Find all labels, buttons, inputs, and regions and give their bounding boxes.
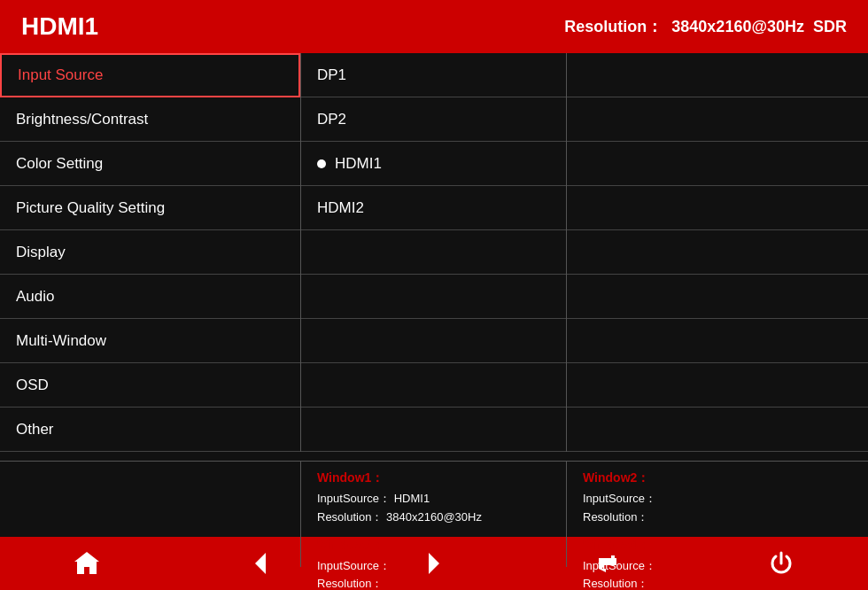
main-content: Input Source Brightness/Contrast Color S… [0, 53, 868, 537]
input-option-empty-1 [301, 230, 566, 275]
input-option-empty-4 [301, 363, 566, 408]
sidebar-menu: Input Source Brightness/Contrast Color S… [0, 53, 301, 452]
window2-block: Window2： InputSource： Resolution： [583, 470, 852, 527]
window1-info: InputSource： HDMI1 Resolution： 3840x2160… [317, 490, 550, 527]
input-option-hdmi2[interactable]: HDMI2 [301, 186, 566, 230]
signal-type: SDR [813, 18, 847, 36]
input-option-dp1[interactable]: DP1 [301, 53, 566, 97]
power-icon [767, 549, 795, 578]
right-row-7 [567, 319, 868, 363]
window4-info: InputSource： Resolution： [583, 557, 852, 590]
input-option-empty-3 [301, 319, 566, 363]
back-button[interactable] [246, 549, 275, 578]
sidebar-item-multi-window[interactable]: Multi-Window [0, 319, 300, 363]
right-row-5 [567, 230, 868, 275]
window1-block: Window1： InputSource： HDMI1 Resolution： … [317, 470, 550, 527]
resolution-label: Resolution： [564, 16, 663, 37]
window2-info: InputSource： Resolution： [583, 490, 852, 527]
input-option-dp2[interactable]: DP2 [301, 97, 566, 142]
window4-block: Window4： InputSource： Resolution： [583, 538, 852, 590]
window1-label: Window1： [317, 470, 550, 486]
right-row-9 [567, 408, 868, 452]
enter-button[interactable] [593, 549, 622, 578]
right-row-1 [567, 53, 868, 97]
sidebar-item-picture-quality-setting[interactable]: Picture Quality Setting [0, 186, 300, 230]
selected-indicator [317, 159, 326, 168]
content-area: Input Source Brightness/Contrast Color S… [0, 53, 868, 452]
sidebar-item-color-setting[interactable]: Color Setting [0, 142, 300, 186]
input-option-empty-5 [301, 408, 566, 452]
header-title: HDMI1 [21, 12, 98, 41]
back-icon [246, 549, 275, 578]
right-column [567, 53, 868, 452]
header-info: Resolution： 3840x2160@30Hz SDR [564, 16, 847, 37]
sidebar-item-input-source[interactable]: Input Source [0, 53, 300, 97]
right-row-8 [567, 363, 868, 408]
right-row-6 [567, 275, 868, 319]
home-icon [73, 549, 101, 578]
svg-marker-0 [255, 553, 266, 574]
enter-icon [593, 549, 622, 578]
sidebar-item-audio[interactable]: Audio [0, 275, 300, 319]
sidebar-item-display[interactable]: Display [0, 230, 300, 275]
window4-label: Window4： [583, 538, 852, 554]
sidebar-item-brightness-contrast[interactable]: Brightness/Contrast [0, 97, 300, 142]
header: HDMI1 Resolution： 3840x2160@30Hz SDR [0, 0, 868, 53]
input-options-list: DP1 DP2 HDMI1 HDMI2 [301, 53, 567, 452]
forward-icon [420, 549, 448, 578]
resolution-value: 3840x2160@30Hz [671, 18, 804, 36]
sidebar-item-osd[interactable]: OSD [0, 363, 300, 408]
window2-label: Window2： [583, 470, 852, 486]
home-button[interactable] [73, 549, 101, 578]
right-row-3 [567, 142, 868, 186]
right-row-4 [567, 186, 868, 230]
svg-marker-1 [429, 553, 439, 574]
sidebar-item-other[interactable]: Other [0, 408, 300, 452]
right-row-2 [567, 97, 868, 142]
input-option-hdmi1[interactable]: HDMI1 [301, 142, 566, 186]
input-option-empty-2 [301, 275, 566, 319]
forward-button[interactable] [420, 549, 448, 578]
power-button[interactable] [767, 549, 795, 578]
